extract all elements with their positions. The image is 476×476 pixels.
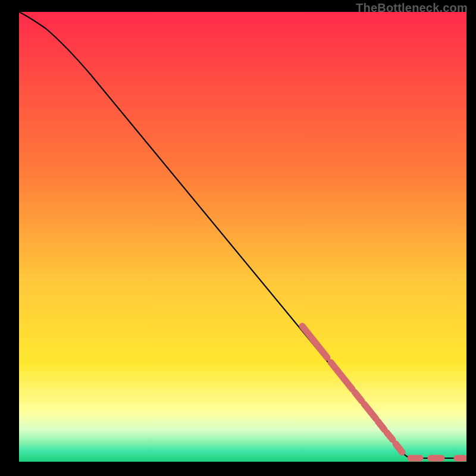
gradient-background: [19, 12, 466, 462]
chart-stage: TheBottleneck.com: [0, 0, 476, 476]
chart-svg: [19, 12, 466, 462]
plot-area: [19, 12, 466, 462]
svg-line-5: [387, 433, 393, 440]
watermark-label: TheBottleneck.com: [356, 1, 468, 15]
